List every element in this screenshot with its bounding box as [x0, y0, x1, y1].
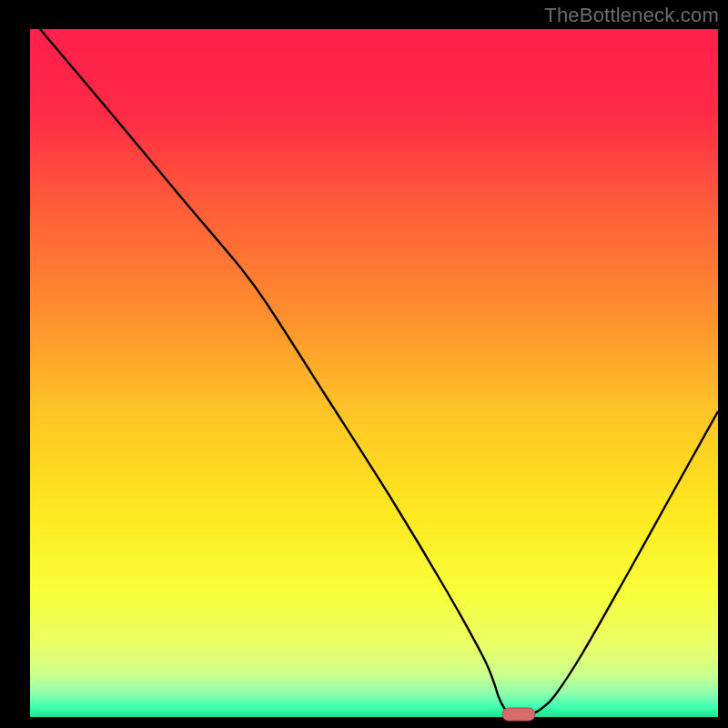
- watermark-text: TheBottleneck.com: [544, 4, 719, 27]
- optimal-marker: [502, 708, 535, 721]
- bottleneck-chart: [0, 0, 728, 728]
- plot-area: [30, 29, 718, 717]
- chart-stage: TheBottleneck.com: [0, 0, 728, 728]
